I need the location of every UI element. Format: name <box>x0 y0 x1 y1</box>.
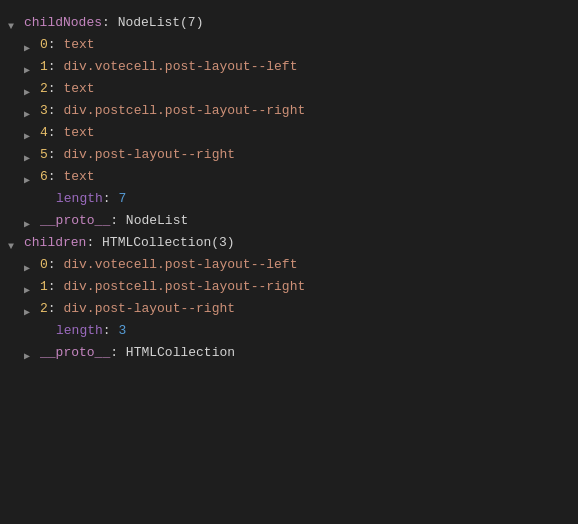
item0-toggle[interactable] <box>24 38 38 52</box>
childnodes-item-0[interactable]: 0 : text <box>8 34 570 56</box>
children-item-1[interactable]: 1 : div.postcell.post-layout--right <box>8 276 570 298</box>
children-proto-toggle[interactable] <box>24 346 38 360</box>
childnodes-row[interactable]: childNodes : NodeList(7) <box>8 12 570 34</box>
children-item0-index: 0 <box>40 255 48 275</box>
item5-toggle[interactable] <box>24 148 38 162</box>
children-toggle[interactable] <box>8 236 22 250</box>
item0-index: 0 <box>40 35 48 55</box>
item3-toggle[interactable] <box>24 104 38 118</box>
item2-value: text <box>63 79 94 99</box>
item1-value: div.votecell.post-layout--left <box>63 57 297 77</box>
children-item1-value: div.postcell.post-layout--right <box>63 277 305 297</box>
childnodes-toggle[interactable] <box>8 16 22 30</box>
children-key: children <box>24 233 86 253</box>
item6-toggle[interactable] <box>24 170 38 184</box>
item0-value: text <box>63 35 94 55</box>
childnodes-item-2[interactable]: 2 : text <box>8 78 570 100</box>
devtools-tree: childNodes : NodeList(7) 0 : text 1 : di… <box>0 8 578 368</box>
children-item-0[interactable]: 0 : div.votecell.post-layout--left <box>8 254 570 276</box>
childnodes-item-5[interactable]: 5 : div.post-layout--right <box>8 144 570 166</box>
children-proto-value: HTMLCollection <box>126 343 235 363</box>
item6-value: text <box>63 167 94 187</box>
children-item0-value: div.votecell.post-layout--left <box>63 255 297 275</box>
children-proto-key: __proto__ <box>40 343 110 363</box>
item3-index: 3 <box>40 101 48 121</box>
childnodes-item-6[interactable]: 6 : text <box>8 166 570 188</box>
children-length-key: length <box>56 321 103 341</box>
item1-toggle[interactable] <box>24 60 38 74</box>
childnodes-type: NodeList(7) <box>118 13 204 33</box>
children-item0-toggle[interactable] <box>24 258 38 272</box>
children-item2-index: 2 <box>40 299 48 319</box>
childnodes-proto-key: __proto__ <box>40 211 110 231</box>
children-type: HTMLCollection(3) <box>102 233 235 253</box>
item4-index: 4 <box>40 123 48 143</box>
children-item1-index: 1 <box>40 277 48 297</box>
item5-value: div.post-layout--right <box>63 145 235 165</box>
children-row[interactable]: children : HTMLCollection(3) <box>8 232 570 254</box>
childnodes-proto-value: NodeList <box>126 211 188 231</box>
item6-index: 6 <box>40 167 48 187</box>
childnodes-proto-row[interactable]: __proto__ : NodeList <box>8 210 570 232</box>
childnodes-length-row: length : 7 <box>8 188 570 210</box>
childnodes-length-key: length <box>56 189 103 209</box>
children-length-value: 3 <box>118 321 126 341</box>
childnodes-length-value: 7 <box>118 189 126 209</box>
childnodes-key: childNodes <box>24 13 102 33</box>
children-length-row: length : 3 <box>8 320 570 342</box>
children-item-2[interactable]: 2 : div.post-layout--right <box>8 298 570 320</box>
children-item2-value: div.post-layout--right <box>63 299 235 319</box>
children-item1-toggle[interactable] <box>24 280 38 294</box>
children-proto-row[interactable]: __proto__ : HTMLCollection <box>8 342 570 364</box>
item1-index: 1 <box>40 57 48 77</box>
item3-value: div.postcell.post-layout--right <box>63 101 305 121</box>
childnodes-proto-toggle[interactable] <box>24 214 38 228</box>
item2-index: 2 <box>40 79 48 99</box>
children-item2-toggle[interactable] <box>24 302 38 316</box>
item4-toggle[interactable] <box>24 126 38 140</box>
item2-toggle[interactable] <box>24 82 38 96</box>
item5-index: 5 <box>40 145 48 165</box>
childnodes-item-4[interactable]: 4 : text <box>8 122 570 144</box>
childnodes-item-3[interactable]: 3 : div.postcell.post-layout--right <box>8 100 570 122</box>
item4-value: text <box>63 123 94 143</box>
childnodes-item-1[interactable]: 1 : div.votecell.post-layout--left <box>8 56 570 78</box>
